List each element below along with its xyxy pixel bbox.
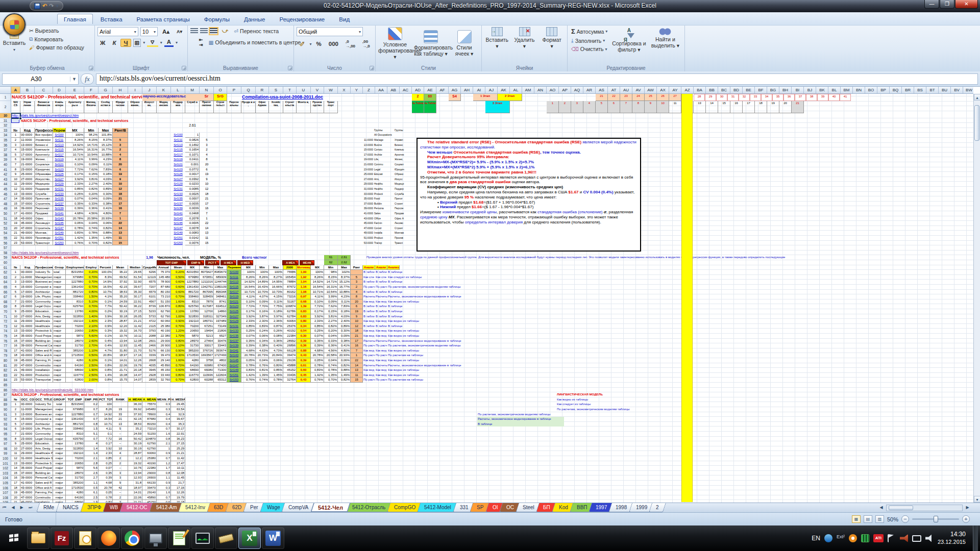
cell[interactable]: SrG49 bbox=[53, 231, 66, 236]
cell[interactable]: Как видно из таблицы bbox=[387, 329, 464, 334]
cell[interactable]: 20650 bbox=[66, 329, 84, 334]
cell[interactable]: 31-0000 bbox=[20, 187, 35, 192]
cell[interactable]: 0,82% bbox=[99, 241, 113, 246]
t3-header[interactable]: MEAN_PRSE bbox=[157, 397, 171, 403]
cell[interactable]: 1,39 bbox=[297, 304, 311, 309]
cell[interactable]: SrG53 bbox=[53, 241, 66, 246]
cell[interactable]: 881720 bbox=[185, 290, 200, 295]
cell[interactable]: 51150 bbox=[142, 432, 157, 437]
cell[interactable]: Расчеты bbox=[363, 363, 375, 368]
row-header-40[interactable]: 40 bbox=[0, 162, 11, 167]
column-header-AK[interactable]: AK bbox=[498, 87, 510, 93]
taskbar-firefox[interactable] bbox=[97, 528, 120, 549]
cell[interactable]: 0,50% bbox=[84, 353, 99, 358]
cell[interactable]: 338460 bbox=[66, 427, 84, 432]
cell[interactable]: Расчеты bbox=[363, 294, 375, 299]
cell[interactable]: 5176 bbox=[142, 348, 157, 354]
cell[interactable]: 20,78 bbox=[99, 486, 113, 491]
cell[interactable]: 20,93% bbox=[99, 216, 113, 221]
cell[interactable]: 29 000 bbox=[157, 339, 171, 344]
cell[interactable]: 0,35% bbox=[66, 202, 84, 207]
cell[interactable]: 47-0000 bbox=[20, 226, 35, 231]
cell[interactable]: 2 bbox=[351, 285, 363, 290]
cell[interactable]: 0,15% bbox=[84, 172, 99, 177]
cell[interactable]: 0,81% bbox=[256, 368, 269, 373]
cell[interactable]: 70200 bbox=[66, 324, 84, 329]
align-top-icon[interactable] bbox=[190, 28, 198, 34]
cell[interactable]: 7,7% bbox=[99, 304, 113, 309]
cell[interactable]: 1 bbox=[11, 133, 20, 138]
cell[interactable]: 9 bbox=[351, 314, 363, 319]
cell[interactable]: SrG00 bbox=[53, 133, 66, 138]
cell[interactable]: 45152 bbox=[283, 368, 297, 373]
network-icon[interactable] bbox=[912, 535, 921, 542]
column-header-H[interactable]: H bbox=[113, 87, 128, 93]
cell[interactable]: 689309 bbox=[214, 275, 227, 280]
row-header-2[interactable]: 2 bbox=[0, 101, 11, 113]
cell[interactable]: 8310 bbox=[66, 299, 84, 305]
cell[interactable]: 0,8% bbox=[99, 363, 113, 368]
col-number[interactable]: 15 bbox=[718, 101, 730, 113]
action-center-flag-icon[interactable] bbox=[888, 534, 896, 542]
cell[interactable]: major bbox=[53, 343, 66, 348]
column-header-Q[interactable]: Q bbox=[241, 87, 256, 93]
cell[interactable]: 20,93% bbox=[338, 353, 351, 358]
column-header-E[interactable]: E bbox=[66, 87, 84, 93]
cell[interactable]: 22 bbox=[113, 221, 128, 226]
col-number[interactable]: 37 bbox=[795, 94, 806, 101]
cell[interactable]: 66128 bbox=[283, 348, 297, 354]
cell[interactable]: 19 bbox=[113, 407, 128, 412]
cell[interactable]: SrG19 bbox=[53, 157, 66, 162]
row-header-55[interactable]: 55 bbox=[0, 236, 11, 241]
cell[interactable]: SrG35 bbox=[227, 334, 241, 339]
column-header-U[interactable]: U bbox=[297, 87, 311, 93]
cell[interactable]: 4,80% bbox=[338, 348, 351, 354]
cell[interactable]: 0,38% bbox=[338, 339, 351, 344]
cell[interactable]: 0,24% bbox=[256, 329, 269, 334]
cell[interactable]: 1361430 bbox=[185, 285, 200, 290]
cell[interactable]: 0,4 bbox=[157, 417, 171, 422]
cell[interactable]: 0,1 bbox=[99, 432, 113, 437]
t1-header[interactable]: Переменная bbox=[53, 128, 66, 133]
cell[interactable]: 16 bbox=[11, 343, 20, 348]
cell[interactable]: По расч bbox=[363, 353, 375, 358]
column-header-BI[interactable]: BI bbox=[792, 87, 804, 93]
cell[interactable]: 45888 bbox=[283, 363, 297, 368]
row-header-75[interactable]: 75 bbox=[0, 334, 11, 339]
cell[interactable]: 14,92% bbox=[241, 280, 256, 285]
ext-icon[interactable]: Ext² bbox=[837, 534, 845, 542]
column-header-BK[interactable]: BK bbox=[816, 87, 828, 93]
cell[interactable] bbox=[394, 133, 415, 138]
cell[interactable]: 14 bbox=[11, 334, 20, 339]
cell[interactable]: major bbox=[53, 446, 66, 452]
cell[interactable]: Education, bbox=[35, 441, 53, 446]
cell[interactable]: 14 bbox=[351, 363, 363, 368]
column-header-AE[interactable]: AE bbox=[424, 87, 436, 93]
cell[interactable]: 30,17 bbox=[128, 294, 142, 299]
cell[interactable]: Социальн bbox=[35, 162, 53, 167]
increase-decimal-icon[interactable]: ,0→,00 bbox=[343, 39, 358, 49]
row-header-68[interactable]: 68 bbox=[0, 299, 11, 305]
cell[interactable]: 22 380 bbox=[157, 334, 171, 339]
t2-header[interactable]: MX bbox=[185, 265, 200, 270]
cell[interactable]: 0,70% bbox=[171, 294, 185, 299]
horizontal-scrollbar[interactable]: ◀ ▶ bbox=[877, 503, 980, 512]
t2-header[interactable]: Код bbox=[20, 265, 35, 270]
cell[interactable]: 2601 bbox=[142, 339, 157, 344]
cell[interactable]: 60980 bbox=[200, 363, 214, 368]
merge-center-button[interactable]: ▦Объединить и поместить в центре▾ bbox=[208, 39, 306, 46]
cell[interactable]: major bbox=[53, 319, 66, 324]
cell[interactable]: 8,26% bbox=[256, 275, 269, 280]
row-headers[interactable]: 1230313233343536373839404142434445464748… bbox=[0, 94, 11, 503]
tabl-cell[interactable]: № Таблиц bbox=[424, 101, 436, 113]
comma-style-icon[interactable]: 000 bbox=[326, 40, 341, 47]
stage-cell[interactable]: 60 bbox=[424, 94, 436, 101]
cell[interactable]: 6 bbox=[200, 167, 214, 172]
cell[interactable]: 17-0000 bbox=[20, 153, 35, 158]
cell[interactable]: 318311 bbox=[200, 314, 214, 319]
cell[interactable]: 62 bbox=[324, 260, 338, 265]
cell[interactable]: 39-0000 bbox=[351, 206, 374, 211]
cell[interactable]: 0,20% bbox=[171, 270, 185, 275]
cell[interactable]: 40192 bbox=[283, 329, 297, 334]
cell[interactable]: 8 bbox=[113, 157, 128, 162]
